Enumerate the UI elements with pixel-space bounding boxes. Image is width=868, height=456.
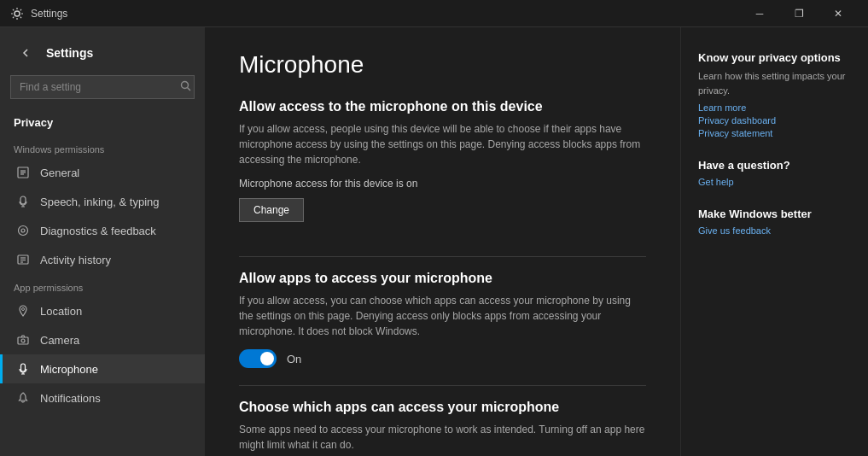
- section1-status: Microphone access for this device is on: [239, 178, 646, 190]
- main-content: Microphone Allow access to the microphon…: [205, 27, 680, 456]
- title-bar-text: Settings: [31, 8, 740, 20]
- sidebar-item-speech[interactable]: Speech, inking, & typing: [0, 187, 205, 216]
- windows-permissions-label: Windows permissions: [0, 136, 205, 158]
- toggle-thumb: [260, 352, 274, 365]
- app-body: Settings Privacy Windows permissions Gen…: [0, 27, 868, 456]
- diagnostics-icon: [16, 224, 30, 237]
- right-question-title: Have a question?: [698, 159, 851, 172]
- sidebar-item-microphone[interactable]: Microphone: [0, 354, 205, 383]
- sidebar-item-location[interactable]: Location: [0, 296, 205, 325]
- sidebar-item-diagnostics-label: Diagnostics & feedback: [40, 225, 156, 237]
- privacy-statement-link[interactable]: Privacy statement: [698, 128, 851, 138]
- app-permissions-label: App permissions: [0, 274, 205, 296]
- right-question: Have a question? Get help: [698, 159, 851, 187]
- sidebar-item-camera[interactable]: Camera: [0, 325, 205, 354]
- right-privacy-options: Know your privacy options Learn how this…: [698, 51, 851, 138]
- right-privacy-title: Know your privacy options: [698, 51, 851, 64]
- close-button[interactable]: ✕: [818, 0, 858, 27]
- sidebar-item-activity-label: Activity history: [40, 254, 111, 266]
- settings-app-icon: [10, 7, 24, 20]
- right-privacy-desc: Learn how this setting impacts your priv…: [698, 69, 851, 97]
- sidebar-item-activity[interactable]: Activity history: [0, 245, 205, 274]
- sidebar-item-notifications-label: Notifications: [40, 392, 101, 405]
- sidebar-header: Settings: [0, 27, 205, 75]
- sidebar-item-speech-label: Speech, inking, & typing: [40, 196, 159, 208]
- back-button[interactable]: [14, 41, 38, 65]
- sidebar-item-notifications[interactable]: Notifications: [0, 383, 205, 412]
- divider-2: [239, 385, 646, 386]
- sidebar-item-camera-label: Camera: [40, 334, 79, 347]
- sidebar-item-general-label: General: [40, 167, 79, 179]
- maximize-button[interactable]: ❐: [779, 0, 818, 27]
- learn-more-link[interactable]: Learn more: [698, 102, 851, 113]
- svg-point-15: [21, 339, 25, 342]
- svg-rect-14: [18, 337, 28, 344]
- section3-description: Some apps need to access your microphone…: [239, 422, 646, 453]
- change-button[interactable]: Change: [239, 198, 304, 222]
- svg-point-8: [21, 229, 25, 232]
- svg-point-7: [19, 226, 28, 236]
- sidebar-item-diagnostics[interactable]: Diagnostics & feedback: [0, 216, 205, 245]
- sidebar-item-location-label: Location: [40, 305, 82, 318]
- privacy-label: Privacy: [0, 109, 205, 136]
- apps-access-toggle[interactable]: [239, 349, 277, 368]
- sidebar: Settings Privacy Windows permissions Gen…: [0, 27, 205, 456]
- camera-icon: [16, 333, 30, 347]
- svg-line-2: [188, 88, 191, 91]
- svg-point-0: [15, 11, 20, 16]
- section1-description: If you allow access, people using this d…: [239, 121, 646, 167]
- microphone-icon: [16, 362, 30, 376]
- section2-toggle-label: On: [287, 353, 301, 365]
- privacy-dashboard-link[interactable]: Privacy dashboard: [698, 115, 851, 126]
- speech-icon: [16, 195, 30, 208]
- right-windows-better: Make Windows better Give us feedback: [698, 208, 851, 236]
- feedback-link[interactable]: Give us feedback: [698, 225, 851, 236]
- get-help-link[interactable]: Get help: [698, 177, 851, 187]
- svg-point-1: [182, 82, 189, 89]
- section1-heading: Allow access to the microphone on this d…: [239, 99, 646, 114]
- sidebar-item-microphone-label: Microphone: [40, 363, 98, 376]
- activity-icon: [16, 253, 30, 266]
- section2-toggle-row: On: [239, 349, 646, 368]
- divider-1: [239, 256, 646, 257]
- minimize-button[interactable]: ─: [740, 0, 779, 27]
- search-icon-btn[interactable]: [180, 80, 191, 94]
- sidebar-item-general[interactable]: General: [0, 158, 205, 187]
- section2-heading: Allow apps to access your microphone: [239, 271, 646, 286]
- title-bar-controls: ─ ❐ ✕: [740, 0, 858, 27]
- svg-point-13: [22, 308, 25, 311]
- search-input[interactable]: [10, 75, 195, 99]
- notifications-icon: [16, 391, 30, 405]
- general-icon: [16, 166, 30, 179]
- section3-heading: Choose which apps can access your microp…: [239, 400, 646, 415]
- section2-description: If you allow access, you can choose whic…: [239, 293, 646, 339]
- search-box: [10, 75, 195, 99]
- page-title: Microphone: [239, 51, 646, 79]
- title-bar: Settings ─ ❐ ✕: [0, 0, 868, 27]
- right-windows-better-title: Make Windows better: [698, 208, 851, 220]
- sidebar-app-title: Settings: [46, 46, 93, 60]
- location-icon: [16, 304, 30, 318]
- right-panel: Know your privacy options Learn how this…: [680, 27, 868, 456]
